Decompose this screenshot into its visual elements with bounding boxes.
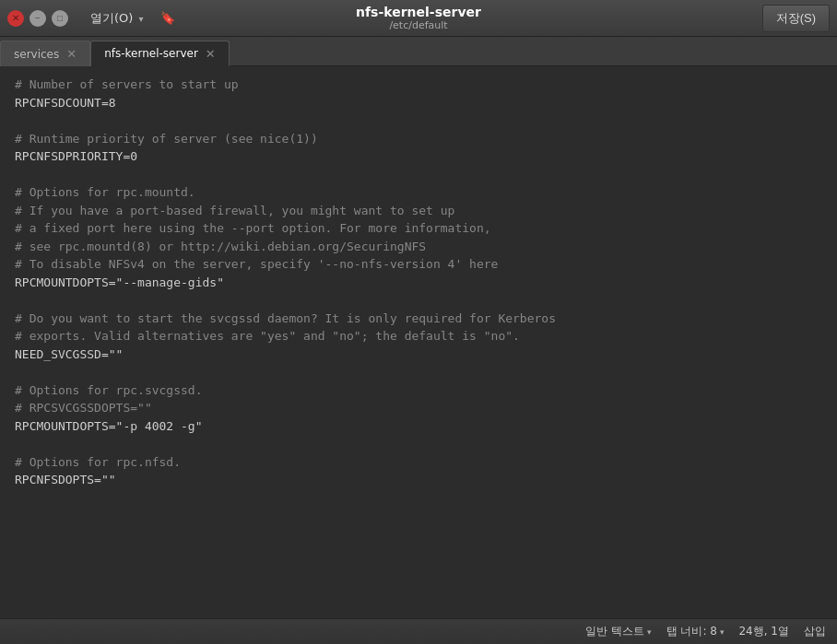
titlebar-center: nfs-kernel-server /etc/default	[356, 5, 481, 31]
insert-mode: 삽입	[804, 624, 826, 639]
titlebar-right: 저장(S)	[762, 5, 830, 32]
titlebar: ✕ − □ 열기(O) ▾ 🔖 nfs-kernel-server /etc/d…	[0, 0, 837, 37]
tab-services-close[interactable]: ✕	[66, 48, 77, 60]
editor-area[interactable]: # Number of servers to start up RPCNFSDC…	[0, 66, 837, 618]
tab-nfs-close[interactable]: ✕	[206, 48, 216, 60]
editor-content: # Number of servers to start up RPCNFSDC…	[15, 76, 822, 489]
tab-services-label: services	[14, 48, 59, 61]
titlebar-menu: 열기(O) ▾ 🔖	[83, 6, 183, 30]
tab-nfs-label: nfs-kernel-server	[104, 47, 198, 60]
titlebar-left: ✕ − □ 열기(O) ▾ 🔖	[7, 6, 183, 30]
mode-label: 삽입	[804, 624, 826, 639]
cursor-position: 24행, 1열	[738, 624, 789, 639]
menu-open-label: 열기(O)	[90, 11, 133, 25]
maximize-button[interactable]: □	[52, 10, 68, 27]
minimize-button[interactable]: −	[29, 10, 46, 27]
window-subtitle: /etc/default	[356, 19, 481, 31]
tab-nfs-kernel-server[interactable]: nfs-kernel-server ✕	[90, 41, 230, 66]
bookmark-icon-btn[interactable]: 🔖	[153, 7, 183, 29]
tab-width-label: 탭 너비: 8	[666, 624, 717, 639]
menu-open-arrow: ▾	[139, 14, 144, 24]
text-type-arrow: ▾	[647, 627, 652, 637]
position-label: 24행, 1열	[738, 624, 789, 639]
tabbar: services ✕ nfs-kernel-server ✕	[0, 37, 837, 66]
text-type-selector[interactable]: 일반 텍스트 ▾	[585, 624, 651, 639]
window-title: nfs-kernel-server	[356, 5, 481, 19]
statusbar: 일반 텍스트 ▾ 탭 너비: 8 ▾ 24행, 1열 삽입	[0, 618, 837, 644]
menu-open[interactable]: 열기(O) ▾	[83, 6, 151, 30]
tab-width-arrow: ▾	[720, 627, 725, 637]
close-button[interactable]: ✕	[7, 10, 24, 27]
tab-width-selector[interactable]: 탭 너비: 8 ▾	[666, 624, 725, 639]
tab-services[interactable]: services ✕	[0, 41, 90, 66]
text-type-label: 일반 텍스트	[585, 624, 644, 639]
save-button[interactable]: 저장(S)	[762, 5, 830, 32]
